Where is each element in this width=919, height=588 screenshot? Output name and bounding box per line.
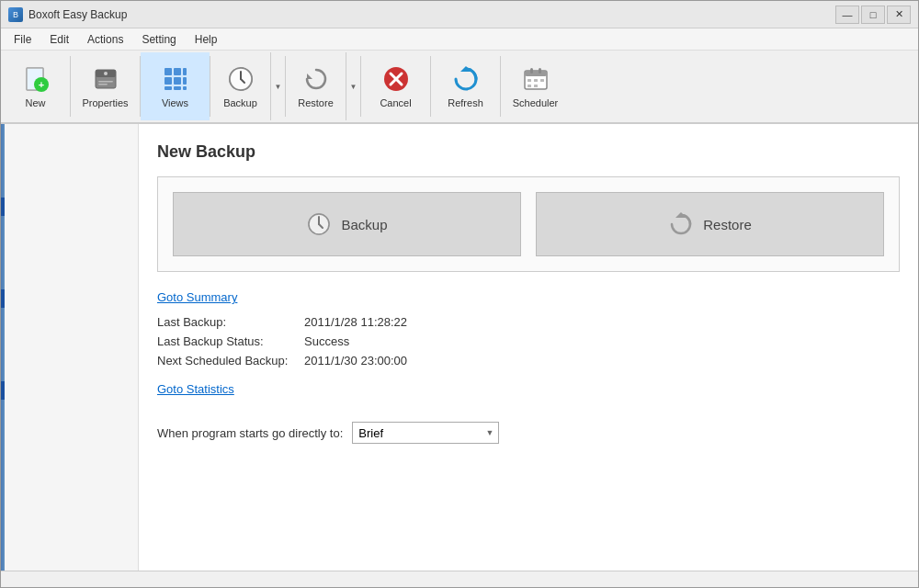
svg-rect-29 [530,68,533,74]
content-area: New Backup Backup [139,124,918,571]
svg-rect-28 [525,71,547,76]
next-scheduled-value: 2011/1/30 23:00:00 [304,354,407,368]
program-start-label: When program starts go directly to: [157,426,343,440]
goto-statistics-link[interactable]: Goto Statistics [157,382,234,396]
menu-bar: File Edit Actions Setting Help [1,28,918,51]
goto-summary-link[interactable]: Goto Summary [157,290,237,304]
program-start-row: When program starts go directly to: Brie… [157,422,900,444]
title-bar-text: Boxoft Easy Backup [28,8,835,21]
restore-button[interactable]: Restore [286,52,346,120]
scheduler-button[interactable]: Scheduler [501,52,570,120]
next-scheduled-label: Next Scheduled Backup: [157,354,304,368]
main-layout: New Backup Backup [1,124,918,571]
backup-label: Backup [223,97,257,108]
svg-rect-30 [539,68,541,74]
maximize-button[interactable]: □ [861,6,885,24]
restore-dropdown-arrow[interactable]: ▼ [346,52,360,120]
refresh-icon [451,64,481,94]
action-backup-button[interactable]: Backup [173,192,521,256]
svg-rect-10 [174,68,181,75]
last-backup-status-value: Success [304,334,349,348]
restore-icon [301,64,331,94]
toolbar: + New Properties [1,51,918,124]
restore-btn-group: Restore ▼ [286,52,360,120]
app-icon: B [8,7,23,22]
svg-text:+: + [38,79,43,90]
menu-setting[interactable]: Setting [132,28,185,50]
svg-rect-31 [528,79,531,82]
last-backup-status-row: Last Backup Status: Success [157,334,900,348]
svg-rect-32 [534,79,538,82]
cancel-button[interactable]: Cancel [361,52,430,120]
last-backup-status-label: Last Backup Status: [157,334,304,348]
program-start-dropdown-wrapper: Brief Full Summary Statistics [352,422,499,444]
sidebar-marker-3 [1,381,5,400]
action-backup-label: Backup [341,217,387,232]
scheduler-label: Scheduler [513,97,559,108]
svg-rect-13 [174,77,181,85]
svg-rect-33 [540,79,544,82]
cancel-label: Cancel [380,97,411,108]
sidebar-edge [1,124,5,571]
cancel-icon [381,64,411,94]
last-backup-value: 2011/1/28 11:28:22 [304,315,407,329]
action-backup-icon [306,211,332,237]
svg-rect-34 [528,85,531,87]
action-restore-icon [668,211,694,237]
properties-button[interactable]: Properties [71,52,140,120]
svg-rect-7 [98,81,113,83]
last-backup-label: Last Backup: [157,315,304,329]
close-button[interactable]: ✕ [887,6,911,24]
svg-marker-22 [307,74,312,79]
svg-rect-35 [534,85,538,87]
page-title: New Backup [157,142,900,162]
action-restore-label: Restore [703,217,752,232]
menu-edit[interactable]: Edit [40,28,78,50]
title-bar: B Boxoft Easy Backup — □ ✕ [1,1,918,28]
views-label: Views [162,97,188,108]
title-bar-controls: — □ ✕ [835,6,911,24]
refresh-label: Refresh [448,97,483,108]
views-button[interactable]: Views [141,52,210,120]
svg-rect-9 [165,68,172,75]
svg-rect-16 [174,86,181,90]
new-icon: + [21,64,51,94]
svg-rect-11 [183,68,187,75]
info-table: Last Backup: 2011/1/28 11:28:22 Last Bac… [157,315,900,368]
refresh-button[interactable]: Refresh [431,52,500,120]
menu-help[interactable]: Help [186,28,227,50]
restore-label: Restore [298,97,334,108]
info-section: Goto Summary Last Backup: 2011/1/28 11:2… [157,290,900,444]
last-backup-row: Last Backup: 2011/1/28 11:28:22 [157,315,900,329]
action-panel: Backup Restore [157,176,900,272]
menu-actions[interactable]: Actions [78,28,132,50]
properties-icon [91,64,120,94]
svg-rect-17 [183,86,187,90]
backup-button[interactable]: Backup [210,52,270,120]
new-label: New [25,97,45,108]
svg-rect-12 [165,77,172,85]
menu-file[interactable]: File [5,28,40,50]
views-icon [161,64,190,94]
program-start-dropdown[interactable]: Brief Full Summary Statistics [352,422,499,444]
sidebar [1,124,139,571]
svg-rect-8 [98,84,108,85]
sidebar-marker-1 [1,198,5,216]
next-scheduled-row: Next Scheduled Backup: 2011/1/30 23:00:0… [157,354,900,368]
svg-point-6 [104,72,108,75]
svg-rect-14 [183,77,187,85]
minimize-button[interactable]: — [835,6,859,24]
svg-rect-15 [165,86,172,90]
status-bar [1,571,918,588]
scheduler-icon [521,64,550,94]
action-restore-button[interactable]: Restore [536,192,884,256]
sidebar-marker-2 [1,289,5,308]
new-button[interactable]: + New [1,52,70,120]
backup-icon [226,64,255,94]
properties-label: Properties [82,97,128,108]
backup-btn-group: Backup ▼ [210,52,285,120]
backup-dropdown-arrow[interactable]: ▼ [270,52,285,120]
